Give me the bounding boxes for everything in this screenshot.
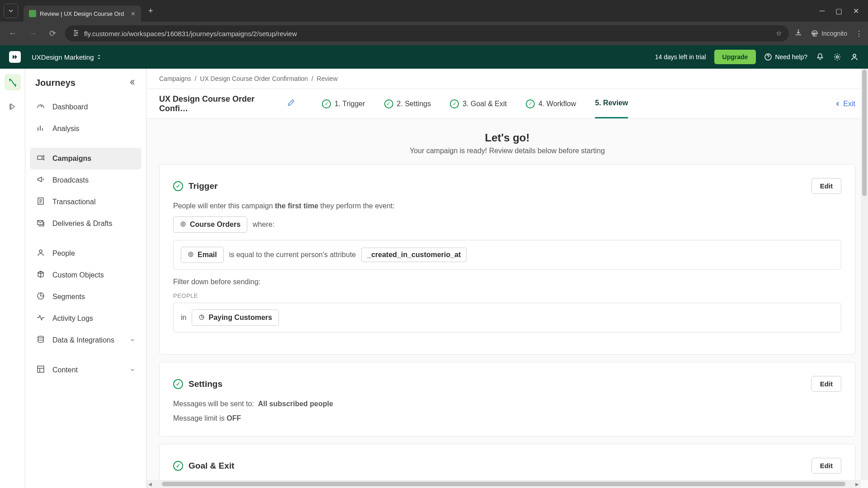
attribute-chip: Email (181, 247, 224, 263)
sidebar-item-label: Campaigns (52, 155, 91, 163)
bookmark-star-icon[interactable]: ☆ (776, 29, 782, 38)
bars-icon (36, 123, 46, 134)
sidebar-item-content[interactable]: Content (30, 359, 142, 381)
check-circle-icon: ✓ (322, 99, 331, 108)
window-close-icon[interactable]: ✕ (853, 7, 859, 15)
step-trigger[interactable]: ✓1. Trigger (322, 89, 365, 118)
site-settings-icon[interactable] (72, 29, 80, 38)
tab-search-dropdown[interactable] (4, 4, 18, 18)
event-chip-label: Course Orders (190, 221, 241, 229)
horizontal-scrollbar[interactable]: ◀ ▶ (146, 480, 861, 488)
sidebar-item-label: Transactional (52, 198, 95, 206)
breadcrumb-campaign-name[interactable]: UX Design Course Order Confirmation (200, 75, 308, 82)
step-settings[interactable]: ✓2. Settings (384, 89, 431, 118)
browser-reload-button[interactable]: ⟳ (45, 28, 60, 38)
url-text: fly.customer.io/workspaces/160831/journe… (84, 30, 771, 38)
svg-point-3 (75, 30, 76, 31)
upgrade-button[interactable]: Upgrade (714, 50, 756, 64)
chevron-down-icon (130, 336, 135, 344)
hero-title: Let's go! (159, 131, 855, 144)
settings-card: ✓ Settings Edit Messages will be sent to… (159, 362, 855, 436)
edit-trigger-button[interactable]: Edit (811, 178, 841, 194)
browser-tab[interactable]: Review | UX Design Course Ord ✕ (24, 5, 141, 22)
sidebar-item-segments[interactable]: Segments (30, 286, 142, 308)
window-maximize-icon[interactable]: ▢ (835, 7, 842, 15)
sidebar-item-label: Data & Integrations (52, 336, 114, 344)
sidebar-item-custom-objects[interactable]: Custom Objects (30, 264, 142, 286)
new-tab-button[interactable]: + (148, 6, 153, 16)
sidebar-item-transactional[interactable]: Transactional (30, 191, 142, 213)
megaphone-icon (36, 175, 46, 186)
edit-settings-button[interactable]: Edit (811, 376, 841, 392)
pie-icon (36, 291, 46, 302)
scroll-right-arrow[interactable]: ▶ (854, 482, 861, 487)
sidebar-item-activity-logs[interactable]: Activity Logs (30, 308, 142, 329)
notifications-icon[interactable] (816, 52, 825, 61)
breadcrumb: Campaigns / UX Design Course Order Confi… (146, 69, 868, 89)
rail-secondary-icon[interactable] (5, 99, 21, 115)
settings-sent-to: Messages will be sent to: All subscribed… (173, 400, 841, 408)
target-icon (180, 221, 186, 229)
edit-title-icon[interactable] (288, 99, 295, 108)
sidebar-item-label: Deliveries & Drafts (52, 220, 112, 228)
settings-gear-icon[interactable] (833, 52, 842, 61)
sidebar-item-deliveries[interactable]: Deliveries & Drafts (30, 213, 142, 235)
check-circle-icon: ✓ (384, 99, 393, 108)
campaign-header: UX Design Course Order Confi… ✓1. Trigge… (146, 89, 868, 119)
sidebar-item-analysis[interactable]: Analysis (30, 118, 142, 140)
profile-avatar-icon[interactable] (850, 52, 859, 61)
trigger-card: ✓ Trigger Edit People will enter this ca… (159, 164, 855, 355)
app-header: UXDesign Marketing 14 days left in trial… (0, 45, 868, 69)
sidebar-item-dashboard[interactable]: Dashboard (30, 96, 142, 118)
breadcrumb-campaigns[interactable]: Campaigns (159, 75, 191, 82)
layout-icon (36, 365, 46, 375)
sidebar-collapse-icon[interactable] (128, 78, 136, 88)
downloads-icon[interactable] (794, 28, 802, 38)
help-link[interactable]: Need help? (764, 53, 807, 61)
svg-point-4 (76, 32, 78, 33)
tab-title: Review | UX Design Course Ord (40, 10, 124, 17)
svg-rect-11 (38, 156, 42, 160)
edit-goal-button[interactable]: Edit (811, 458, 841, 474)
browser-forward-button[interactable]: → (25, 29, 40, 38)
gauge-icon (36, 102, 46, 113)
sidebar-item-label: Custom Objects (52, 271, 104, 279)
step-goal-exit[interactable]: ✓3. Goal & Exit (450, 89, 507, 118)
tab-close-icon[interactable]: ✕ (131, 10, 136, 17)
filter-label: Filter down before sending: (173, 278, 841, 286)
people-section-label: PEOPLE (173, 292, 841, 299)
sidebar-item-broadcasts[interactable]: Broadcasts (30, 169, 142, 191)
exit-link[interactable]: Exit (835, 100, 855, 108)
rail-journeys-icon[interactable] (5, 74, 21, 90)
window-minimize-icon[interactable]: ─ (820, 7, 825, 15)
app-logo[interactable] (9, 51, 21, 63)
scroll-left-arrow[interactable]: ◀ (146, 482, 154, 487)
step-label: 3. Goal & Exit (462, 100, 507, 108)
sidebar-title: Journeys (35, 78, 75, 88)
event-chip: Course Orders (173, 216, 247, 233)
sidebar-item-people[interactable]: People (30, 243, 142, 264)
breadcrumb-current: Review (317, 75, 338, 82)
address-bar[interactable]: fly.customer.io/workspaces/160831/journe… (65, 25, 789, 42)
svg-point-16 (38, 336, 43, 338)
step-review[interactable]: 5. Review (595, 89, 628, 118)
step-label: 5. Review (595, 99, 628, 107)
incognito-indicator[interactable]: Incognito (811, 29, 847, 38)
svg-point-7 (836, 56, 839, 58)
sidebar-item-data-integrations[interactable]: Data & Integrations (30, 329, 142, 351)
workspace-switcher[interactable]: UXDesign Marketing (32, 53, 101, 61)
sidebar-item-campaigns[interactable]: Campaigns (30, 148, 142, 169)
sidebar-item-label: Broadcasts (52, 176, 89, 184)
check-circle-icon: ✓ (173, 379, 183, 389)
help-label: Need help? (775, 53, 807, 61)
person-icon (36, 248, 46, 259)
sidebar-item-label: Segments (52, 293, 85, 301)
vertical-scrollbar[interactable] (861, 69, 868, 480)
step-workflow[interactable]: ✓4. Workflow (526, 89, 576, 118)
svg-point-21 (190, 253, 192, 255)
campaign-icon (36, 153, 46, 164)
browser-back-button[interactable]: ← (5, 29, 20, 38)
browser-menu-icon[interactable]: ⋮ (855, 29, 863, 38)
check-circle-icon: ✓ (526, 99, 535, 108)
hero-subtitle: Your campaign is ready! Review details b… (159, 147, 855, 155)
